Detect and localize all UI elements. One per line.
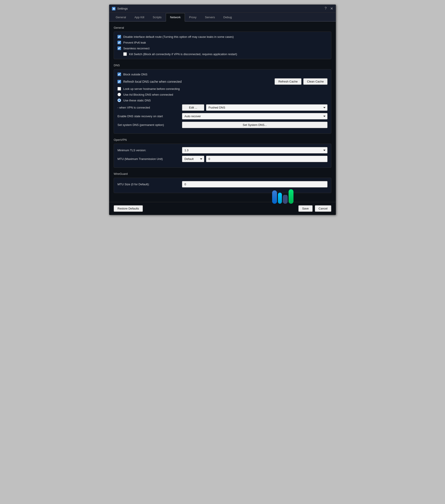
seamless-reconnect-checkbox[interactable] (117, 47, 121, 50)
settings-window: ▣ Settings ? ✕ General App Kill Scripts … (109, 4, 336, 215)
openvpn-section-box: Minimum TLS version: 1.3 1.2 1.1 MTU (Ma… (114, 144, 331, 168)
general-section-title: General (114, 26, 331, 29)
auto-recover-select[interactable]: Auto recover Manual recover Disabled (182, 113, 328, 119)
mtu-value-input[interactable] (206, 156, 328, 162)
close-button[interactable]: ✕ (330, 6, 333, 11)
bottom-right-buttons: Save Cancel (298, 205, 331, 212)
block-outside-dns-row: Block outside DNS (117, 72, 328, 76)
refresh-cache-button[interactable]: Refresh Cache (275, 78, 301, 85)
wireguard-mtu-control (182, 181, 328, 187)
dns-section-box: Block outside DNS Refresh local DNS cach… (114, 69, 331, 134)
mtu-type-wrapper: Default Custom (182, 156, 204, 162)
set-system-dns-button[interactable]: Set System DNS... (182, 122, 328, 128)
tab-servers[interactable]: Servers (201, 13, 219, 21)
general-section-box: Disable interface default route (Turning… (114, 32, 331, 59)
tls-version-row: Minimum TLS version: 1.3 1.2 1.1 (117, 147, 328, 153)
refresh-dns-left: Refresh local DNS cache when connected (117, 80, 275, 83)
tab-app-kill[interactable]: App Kill (130, 13, 148, 21)
app-icon: ▣ (112, 7, 115, 10)
content-area: General Disable interface default route … (109, 21, 336, 202)
dns-recovery-label: Enable DNS state recovery on start (117, 115, 180, 118)
prevent-ipv6-row: Prevent IPv6 leak (117, 41, 328, 44)
openvpn-section-title: OpenVPN (114, 138, 331, 142)
tab-scripts[interactable]: Scripts (148, 13, 166, 21)
kill-switch-label: Kill Switch (Block all connectivity if V… (129, 53, 237, 56)
lookup-hostname-label: Look up server hostname before connectin… (123, 87, 180, 90)
title-bar: ▣ Settings ? ✕ (109, 5, 336, 13)
logo-bar-4 (289, 189, 294, 204)
use-static-dns-label: Use these static DNS (123, 99, 151, 102)
logo-bar-1 (272, 190, 277, 204)
when-vpn-connected-label: - when VPN is connected (117, 106, 180, 109)
tls-version-label: Minimum TLS version: (117, 149, 180, 152)
save-button[interactable]: Save (298, 205, 313, 212)
dns-recovery-control: Auto recover Manual recover Disabled (182, 113, 328, 119)
seamless-reconnect-row: Seamless reconnect (117, 47, 328, 50)
tab-network[interactable]: Network (166, 13, 185, 21)
block-outside-dns-checkbox[interactable] (117, 72, 121, 76)
block-outside-dns-label: Block outside DNS (123, 73, 147, 76)
use-ad-blocking-row: Use Ad Blocking DNS when connected (117, 93, 328, 96)
mtu-row: MTU (Maximum Transmission Unit) Default … (117, 156, 328, 162)
use-static-dns-row: Use these static DNS (117, 99, 328, 102)
dns-section-title: DNS (114, 64, 331, 67)
tls-version-control: 1.3 1.2 1.1 (182, 147, 328, 153)
lookup-hostname-checkbox[interactable] (117, 87, 121, 90)
wireguard-mtu-row: MTU Size (0 for Default): (117, 181, 328, 187)
window-title: Settings (117, 7, 128, 10)
windscribe-logo (272, 189, 294, 204)
prevent-ipv6-label: Prevent IPv6 leak (123, 41, 146, 44)
tab-bar: General App Kill Scripts Network Proxy S… (109, 13, 336, 21)
when-vpn-connected-control: Edit ... Pushed DNS Custom DNS No DNS (182, 104, 328, 111)
wireguard-mtu-input[interactable] (182, 181, 328, 187)
help-button[interactable]: ? (325, 6, 327, 11)
refresh-dns-checkbox[interactable] (117, 80, 121, 83)
mtu-control: Default Custom (182, 156, 328, 162)
restore-defaults-button[interactable]: Restore Defaults (114, 205, 143, 212)
pushed-dns-select[interactable]: Pushed DNS Custom DNS No DNS (206, 104, 328, 111)
disable-route-label: Disable interface default route (Turning… (123, 35, 234, 38)
when-vpn-connected-row: - when VPN is connected Edit ... Pushed … (117, 104, 328, 111)
title-bar-controls: ? ✕ (325, 6, 333, 11)
seamless-reconnect-label: Seamless reconnect (123, 47, 149, 50)
disable-route-row: Disable interface default route (Turning… (117, 35, 328, 38)
dns-recovery-row: Enable DNS state recovery on start Auto … (117, 113, 328, 119)
mtu-type-select[interactable]: Default Custom (182, 156, 204, 162)
title-bar-left: ▣ Settings (112, 7, 128, 10)
wireguard-section-title: WireGuard (114, 172, 331, 176)
tls-version-select[interactable]: 1.3 1.2 1.1 (182, 147, 328, 153)
logo-bar-2 (278, 193, 282, 204)
cancel-button[interactable]: Cancel (315, 205, 331, 212)
wireguard-mtu-label: MTU Size (0 for Default): (117, 183, 180, 186)
use-ad-blocking-label: Use Ad Blocking DNS when connected (123, 93, 173, 96)
logo-bar-circle (283, 195, 288, 204)
clean-cache-button[interactable]: Clean Cache (303, 78, 328, 85)
wireguard-section-box: MTU Size (0 for Default): (114, 178, 331, 193)
refresh-dns-row: Refresh local DNS cache when connected R… (117, 78, 328, 85)
kill-switch-checkbox[interactable] (123, 52, 127, 56)
tab-debug[interactable]: Debug (219, 13, 236, 21)
lookup-hostname-row: Look up server hostname before connectin… (117, 87, 328, 90)
use-static-dns-radio[interactable] (117, 99, 121, 102)
set-system-dns-label: Set system DNS (permanent option) (117, 123, 180, 126)
bottom-bar: Restore Defaults Save Cancel (109, 202, 336, 215)
mtu-input-wrapper (206, 156, 328, 162)
refresh-dns-label: Refresh local DNS cache when connected (123, 80, 182, 83)
tab-general[interactable]: General (111, 13, 130, 21)
kill-switch-row: Kill Switch (Block all connectivity if V… (123, 52, 328, 56)
edit-button[interactable]: Edit ... (182, 104, 204, 111)
dns-cache-buttons: Refresh Cache Clean Cache (275, 78, 328, 85)
set-system-dns-row: Set system DNS (permanent option) Set Sy… (117, 122, 328, 128)
disable-route-checkbox[interactable] (117, 35, 121, 38)
set-system-dns-control: Set System DNS... (182, 122, 328, 128)
mtu-label: MTU (Maximum Transmission Unit) (117, 157, 180, 161)
use-ad-blocking-radio[interactable] (117, 93, 121, 96)
prevent-ipv6-checkbox[interactable] (117, 41, 121, 44)
tab-proxy[interactable]: Proxy (185, 13, 201, 21)
